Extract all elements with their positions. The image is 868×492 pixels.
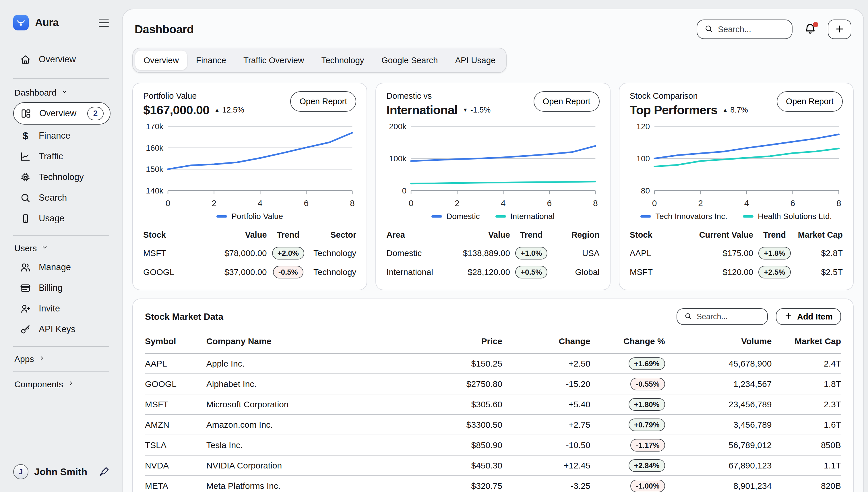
cell-trend: +2.5% [753, 263, 796, 281]
add-item-button[interactable]: Add Item [776, 308, 841, 325]
sidebar-item-finance[interactable]: $Finance [13, 126, 110, 145]
sidebar-group-dashboard[interactable]: Dashboard [14, 88, 110, 98]
market-title: Stock Market Data [145, 312, 223, 322]
table-row[interactable]: Domestic$138,889.00+1.0%USA [386, 244, 599, 263]
main-panel: Dashboard OverviewFinanceTraffic Overvie… [122, 8, 864, 492]
svg-text:0: 0 [166, 198, 171, 208]
table-row[interactable]: AAPL$175.00+1.8%$2.8T [630, 244, 843, 263]
header-actions [697, 20, 851, 39]
column-header-area: Area [386, 227, 442, 244]
sidebar-link-apps[interactable]: Apps [14, 354, 110, 364]
table-row[interactable]: AAPLApple Inc.$150.25+2.50+1.69%45,678,9… [145, 353, 841, 374]
sidebar-item-search[interactable]: Search [13, 188, 110, 207]
menu-toggle-button[interactable] [97, 17, 110, 29]
sidebar-item-invite[interactable]: Invite [13, 299, 110, 318]
trend-pill: +1.69% [628, 358, 665, 370]
svg-text:8: 8 [593, 198, 598, 208]
trend-pill: +1.80% [628, 398, 665, 411]
cell-company-name: Apple Inc. [206, 353, 382, 374]
theme-button[interactable] [98, 465, 110, 478]
cell-company-name: Amazon.com Inc. [206, 415, 382, 435]
cell-company-name: Meta Platforms Inc. [206, 476, 382, 492]
market-search-input[interactable] [697, 312, 760, 321]
sidebar-item-traffic[interactable]: Traffic [13, 147, 110, 166]
sidebar-item-label: Technology [39, 172, 84, 182]
page-header: Dashboard [132, 20, 854, 39]
cell-market-cap: 1.6T [772, 415, 841, 435]
search-icon [684, 312, 692, 321]
add-button[interactable] [828, 20, 851, 39]
card-portfolio-value: Portfolio Value$167,000.00▲12.5%Open Rep… [132, 83, 367, 290]
sidebar-item-overview-home[interactable]: Overview [13, 50, 110, 69]
table-row[interactable]: TSLATesla Inc.$850.90-10.50-1.17%56,789,… [145, 435, 841, 455]
table-header-row: StockCurrent ValueTrendMarket Cap [630, 227, 843, 244]
cell-change: -0.55% [590, 374, 665, 394]
card-headline-row: $167,000.00▲12.5% [143, 103, 244, 117]
sidebar-group-users[interactable]: Users [14, 243, 110, 253]
cell-price: $450.30 [382, 455, 502, 476]
open-report-button[interactable]: Open Report [777, 91, 843, 112]
chip-icon [20, 171, 31, 183]
tab-finance[interactable]: Finance [188, 51, 234, 70]
column-header-market-cap: Market Cap [796, 227, 843, 244]
table-row[interactable]: METAMeta Platforms Inc.$320.75-3.25-1.00… [145, 476, 841, 492]
sidebar-item-label: Billing [39, 283, 63, 293]
table-row[interactable]: MSFT$78,000.00+2.0%Technology [143, 244, 356, 263]
line-chart: 0100k200k02468 [386, 121, 599, 210]
cell-symbol: MSFT [145, 394, 206, 415]
cell-market-cap: 2.4T [772, 353, 841, 374]
tab-traffic-overview[interactable]: Traffic Overview [235, 51, 312, 70]
cell-stock: MSFT [630, 263, 685, 281]
column-header-change: Change % [590, 331, 665, 353]
global-search[interactable] [697, 20, 793, 39]
svg-text:2: 2 [698, 198, 703, 208]
home-icon [20, 54, 31, 66]
table-row[interactable]: International$28,120.00+0.5%Global [386, 263, 599, 281]
cell-change: -15.20 [502, 374, 590, 394]
sidebar-item-overview[interactable]: Overview2 [13, 102, 110, 125]
cell-change: +5.40 [502, 394, 590, 415]
table-row[interactable]: MSFT$120.00+2.5%$2.5T [630, 263, 843, 281]
cell-symbol: GOOGL [145, 374, 206, 394]
column-header-market-cap: Market Cap [772, 331, 841, 353]
tab-google-search[interactable]: Google Search [373, 51, 446, 70]
open-report-button[interactable]: Open Report [290, 91, 356, 112]
cell-change: +0.79% [590, 415, 665, 435]
cell-value: $37,000.00 [199, 263, 267, 281]
table-row[interactable]: MSFTMicrosoft Corporation$305.60+5.40+1.… [145, 394, 841, 415]
tab-api-usage[interactable]: API Usage [447, 51, 504, 70]
table-row[interactable]: GOOGL$37,000.00-0.5%Technology [143, 263, 356, 281]
chart-legend: DomesticInternational [386, 212, 599, 221]
sidebar-item-manage[interactable]: Manage [13, 258, 110, 277]
sidebar-item-api-keys[interactable]: API Keys [13, 320, 110, 339]
card-title: Portfolio Value [143, 91, 244, 101]
tab-technology[interactable]: Technology [313, 51, 372, 70]
open-report-button[interactable]: Open Report [534, 91, 600, 112]
user-profile[interactable]: J John Smith [13, 464, 110, 479]
svg-text:4: 4 [501, 198, 506, 208]
cell-volume: 8,901,234 [665, 476, 772, 492]
table-row[interactable]: GOOGLAlphabet Inc.$2750.80-15.20-0.55%1,… [145, 374, 841, 394]
chart-area: 0100k200k02468 [386, 121, 599, 211]
cell-market-cap: 820B [772, 476, 841, 492]
add-item-label: Add Item [797, 312, 833, 321]
legend-swatch [743, 215, 753, 218]
cell-volume: 3,456,789 [665, 415, 772, 435]
table-row[interactable]: AMZNAmazon.com Inc.$3300.50+2.75+0.79%3,… [145, 415, 841, 435]
cell-market-cap: 850B [772, 435, 841, 455]
tab-bar: OverviewFinanceTraffic OverviewTechnolog… [132, 48, 506, 73]
svg-text:170k: 170k [146, 122, 164, 131]
notifications-button[interactable] [803, 22, 817, 36]
sidebar-item-technology[interactable]: Technology [13, 168, 110, 187]
global-search-input[interactable] [718, 25, 785, 34]
market-search[interactable] [676, 308, 768, 325]
market-table: SymbolCompany NamePriceChangeChange %Vol… [145, 331, 841, 492]
table-row[interactable]: NVDANVIDIA Corporation$450.30+12.45+2.84… [145, 455, 841, 476]
tab-overview[interactable]: Overview [135, 51, 187, 70]
cell-trend: +1.8% [753, 244, 796, 263]
link-label: Components [14, 379, 63, 389]
cell-region: USA [552, 244, 599, 263]
sidebar-link-components[interactable]: Components [14, 379, 110, 389]
sidebar-item-usage[interactable]: Usage [13, 209, 110, 228]
sidebar-item-billing[interactable]: Billing [13, 278, 110, 297]
